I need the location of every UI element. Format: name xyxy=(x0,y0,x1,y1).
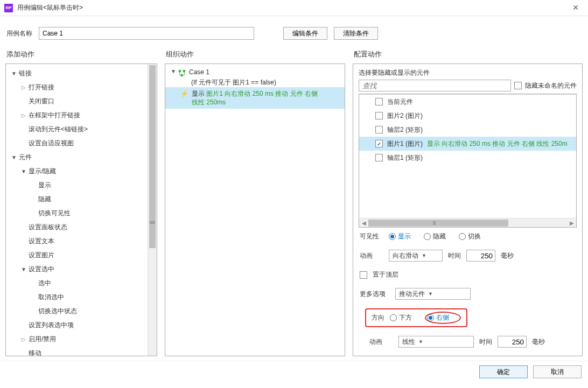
tree-item[interactable]: 隐藏 xyxy=(6,192,148,206)
tree-item[interactable]: 关闭窗口 xyxy=(6,94,148,108)
tree-item-label: 设置面板状态 xyxy=(29,223,67,232)
tree-item-label: 设置自适应视图 xyxy=(29,139,74,148)
tree-item[interactable]: 移动 xyxy=(6,346,148,356)
ms2-label: 毫秒 xyxy=(532,337,545,347)
tree-item-label: 链接 xyxy=(19,69,32,78)
widget-list[interactable]: 当前元件图片2 (图片)轴层2 (矩形)图片1 (图片) 显示 向右滑动 250… xyxy=(359,94,576,218)
widget-row[interactable]: 当前元件 xyxy=(359,95,576,109)
widget-checkbox[interactable] xyxy=(375,140,383,147)
time2-label: 时间 xyxy=(479,337,492,347)
tree-item-label: 在框架中打开链接 xyxy=(29,111,80,120)
widget-checkbox[interactable] xyxy=(375,126,383,133)
case-condition-text: (If 元件可见于 图片1 == false) xyxy=(165,78,345,87)
hide-unnamed-label: 隐藏未命名的元件 xyxy=(525,81,577,90)
direction-right-radio[interactable]: 右侧 xyxy=(427,313,449,322)
tree-expand-icon[interactable] xyxy=(21,112,26,118)
chevron-down-icon: ▼ xyxy=(418,339,423,344)
widget-label: 图片1 (图片) xyxy=(387,139,423,149)
scroll-right-icon[interactable]: ▶ xyxy=(567,220,576,226)
tree-item[interactable]: 设置列表选中项 xyxy=(6,318,148,332)
widget-checkbox[interactable] xyxy=(375,154,383,161)
tree-item-label: 取消选中 xyxy=(38,293,64,302)
close-button[interactable]: × xyxy=(568,2,584,13)
tree-item[interactable]: 启用/禁用 xyxy=(6,332,148,346)
widget-action-text: 显示 向右滑动 250 ms 推动 元件 右侧 线性 250m xyxy=(427,139,568,149)
visibility-hide-radio[interactable]: 隐藏 xyxy=(424,232,446,241)
tree-item[interactable]: 显示 xyxy=(6,178,148,192)
action-bolt-icon: ⚡ xyxy=(180,90,188,97)
widget-hscrollbar[interactable]: ◀ ▶ xyxy=(359,218,576,227)
time2-input[interactable] xyxy=(498,336,527,348)
widget-row[interactable]: 图片1 (图片) 显示 向右滑动 250 ms 推动 元件 右侧 线性 250m xyxy=(359,137,576,151)
time-input[interactable] xyxy=(466,250,495,262)
bring-to-front-checkbox[interactable] xyxy=(360,271,367,279)
anim2-combo[interactable]: 线性▼ xyxy=(398,336,474,348)
tree-item[interactable]: 设置图片 xyxy=(6,248,148,262)
action-detail-2: 线性 250ms xyxy=(192,98,226,106)
action-detail-1: 图片1 向右滑动 250 ms 推动 元件 右侧 xyxy=(206,90,318,97)
app-icon: RP xyxy=(4,4,13,12)
tree-item-label: 关闭窗口 xyxy=(29,97,54,106)
case-name-input[interactable] xyxy=(39,27,254,40)
tree-item[interactable]: 设置选中 xyxy=(6,262,148,276)
tree-item[interactable]: 显示/隐藏 xyxy=(6,164,148,178)
tree-item[interactable]: 设置面板状态 xyxy=(6,220,148,234)
case-name-text[interactable]: Case 1 xyxy=(189,68,209,76)
tree-item[interactable]: 切换可见性 xyxy=(6,206,148,220)
tree-item-label: 移动 xyxy=(29,349,41,356)
hide-unnamed-checkbox[interactable] xyxy=(514,82,522,89)
case-expand-icon[interactable] xyxy=(171,68,176,74)
scroll-left-icon[interactable]: ◀ xyxy=(359,220,368,226)
tree-item[interactable]: 滚动到元件<锚链接> xyxy=(6,122,148,136)
direction-down-radio[interactable]: 下方 xyxy=(390,313,412,322)
action-tree[interactable]: 链接打开链接关闭窗口在框架中打开链接滚动到元件<锚链接>设置自适应视图元件显示/… xyxy=(6,64,148,356)
direction-highlight-box: 方向 下方 右侧 xyxy=(365,308,467,327)
titlebar: RP 用例编辑<鼠标单击时> × xyxy=(0,0,588,16)
tree-scrollbar[interactable] xyxy=(148,64,157,356)
tree-item[interactable]: 在框架中打开链接 xyxy=(6,108,148,122)
tree-item-label: 选中 xyxy=(38,279,51,288)
chevron-down-icon: ▼ xyxy=(422,253,426,258)
tree-expand-icon[interactable] xyxy=(21,84,26,90)
svg-rect-1 xyxy=(183,70,185,72)
tree-item-label: 切换选中状态 xyxy=(38,307,77,316)
tree-item[interactable]: 链接 xyxy=(6,66,148,80)
case-action-row[interactable]: ⚡ 显示 图片1 向右滑动 250 ms 推动 元件 右侧 线性 250ms xyxy=(165,87,345,109)
visibility-label: 可见性 xyxy=(360,232,383,241)
widget-checkbox[interactable] xyxy=(375,112,383,119)
cancel-button[interactable]: 取消 xyxy=(533,365,582,378)
tree-item-label: 设置选中 xyxy=(29,265,54,274)
tree-expand-icon[interactable] xyxy=(21,266,26,272)
widget-row[interactable]: 图片2 (图片) xyxy=(359,109,576,123)
case-name-row: 用例名称 编辑条件 清除条件 xyxy=(0,16,588,47)
tree-expand-icon[interactable] xyxy=(11,154,17,160)
edit-condition-button[interactable]: 编辑条件 xyxy=(283,27,327,40)
case-icon xyxy=(178,69,186,77)
tree-item-label: 启用/禁用 xyxy=(29,335,56,344)
tree-item-label: 切换可见性 xyxy=(38,209,71,218)
widget-row[interactable]: 轴层1 (矩形) xyxy=(359,151,576,165)
tree-item-label: 元件 xyxy=(19,153,32,162)
ok-button[interactable]: 确定 xyxy=(479,365,528,378)
widget-label: 轴层2 (矩形) xyxy=(387,125,423,135)
tree-item[interactable]: 选中 xyxy=(6,276,148,290)
visibility-show-radio[interactable]: 显示 xyxy=(389,232,411,241)
time-label: 时间 xyxy=(448,251,461,260)
tree-expand-icon[interactable] xyxy=(21,168,26,174)
tree-item[interactable]: 设置自适应视图 xyxy=(6,136,148,150)
tree-item[interactable]: 打开链接 xyxy=(6,80,148,94)
tree-expand-icon[interactable] xyxy=(21,336,26,342)
widget-search-input[interactable] xyxy=(359,80,511,91)
widget-checkbox[interactable] xyxy=(375,98,383,105)
visibility-toggle-radio[interactable]: 切换 xyxy=(459,232,481,241)
more-options-combo[interactable]: 推动元件▼ xyxy=(395,288,471,300)
clear-condition-button[interactable]: 清除条件 xyxy=(334,27,378,40)
tree-item[interactable]: 设置文本 xyxy=(6,234,148,248)
tree-item[interactable]: 取消选中 xyxy=(6,290,148,304)
tree-item[interactable]: 元件 xyxy=(6,150,148,164)
tree-item[interactable]: 切换选中状态 xyxy=(6,304,148,318)
widget-row[interactable]: 轴层2 (矩形) xyxy=(359,123,576,137)
tree-expand-icon[interactable] xyxy=(11,70,17,76)
configure-action-header: 配置动作 xyxy=(353,47,583,64)
anim-combo[interactable]: 向右滑动▼ xyxy=(389,250,443,262)
